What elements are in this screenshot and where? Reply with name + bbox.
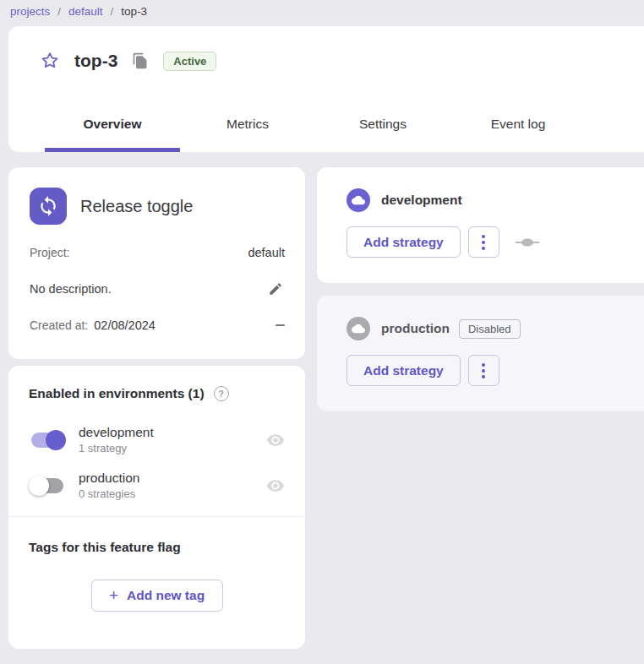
visibility-eye-icon[interactable] <box>266 431 285 449</box>
favorite-star-icon[interactable] <box>39 50 61 72</box>
panel-environment-name: production <box>381 321 450 336</box>
page-title: top-3 <box>74 51 117 71</box>
description-row: No description. <box>30 280 285 298</box>
panel-actions: Add strategy <box>347 226 644 258</box>
add-new-tag-label: Add new tag <box>127 588 205 603</box>
visibility-eye-icon[interactable] <box>266 476 285 495</box>
feature-flag-page: projects / default / top-3 top-3 Active … <box>0 0 644 664</box>
add-strategy-button[interactable]: Add strategy <box>347 355 461 386</box>
tab-metrics-label: Metrics <box>226 117 269 132</box>
feature-title-row: top-3 Active <box>8 26 644 95</box>
environment-row-production: production 0 strategies <box>29 471 285 500</box>
project-value: default <box>248 246 285 259</box>
feature-details-card: Release toggle Project: default No descr… <box>8 167 305 359</box>
tab-event-log[interactable]: Event log <box>450 95 586 152</box>
environment-row-development: development 1 strategy <box>29 425 285 454</box>
right-column: development Add strategy <box>317 167 644 649</box>
main-content: Release toggle Project: default No descr… <box>8 167 644 649</box>
created-row: Created at: 02/08/2024 <box>30 318 285 332</box>
tab-bar: Overview Metrics Settings Event log <box>8 95 644 152</box>
kebab-dot <box>482 363 485 367</box>
environment-labels: production 0 strategies <box>79 471 139 500</box>
kebab-dot <box>482 247 485 250</box>
environment-name: production <box>79 471 139 486</box>
kebab-dot <box>482 369 485 373</box>
created-at-value: 02/08/2024 <box>94 318 156 332</box>
strategy-separator-icon <box>516 237 539 248</box>
feature-type-header: Release toggle <box>30 188 285 225</box>
release-toggle-icon <box>30 188 67 225</box>
panel-header: development <box>347 188 644 212</box>
more-options-kebab-button[interactable] <box>468 355 499 386</box>
breadcrumb: projects / default / top-3 <box>0 0 644 26</box>
feature-header-card: top-3 Active Overview Metrics Settings <box>8 26 644 152</box>
help-icon[interactable]: ? <box>214 386 229 401</box>
card-divider <box>8 516 305 517</box>
tab-metrics[interactable]: Metrics <box>180 95 315 152</box>
project-label: Project: <box>30 246 69 259</box>
created-at-group: Created at: 02/08/2024 <box>30 318 156 332</box>
tab-settings[interactable]: Settings <box>315 95 450 152</box>
breadcrumb-separator: / <box>111 5 114 18</box>
environment-name: development <box>79 425 154 440</box>
collapse-dash-icon <box>276 324 285 327</box>
created-at-label: Created at: <box>30 318 88 332</box>
environment-strategy-count: 0 strategies <box>79 487 139 500</box>
toggle-thumb <box>46 430 66 450</box>
plus-icon: + <box>109 586 118 605</box>
edit-description-button[interactable] <box>266 280 285 298</box>
cloud-environment-icon <box>347 188 370 212</box>
environment-strategy-count: 1 strategy <box>79 442 154 454</box>
tags-section-title: Tags for this feature flag <box>29 540 285 555</box>
active-tab-underline <box>45 148 180 152</box>
tab-event-log-label: Event log <box>491 117 546 132</box>
environment-panel-production: production Disabled Add strategy <box>317 296 644 411</box>
tab-overview[interactable]: Overview <box>45 95 180 152</box>
kebab-dot <box>482 235 485 238</box>
cloud-environment-icon <box>347 317 370 340</box>
breadcrumb-separator: / <box>57 5 61 18</box>
breadcrumb-current: top-3 <box>121 5 147 18</box>
panel-header: production Disabled <box>347 317 644 340</box>
environments-title: Enabled in environments (1) <box>29 386 205 401</box>
left-column: Release toggle Project: default No descr… <box>8 167 305 649</box>
add-new-tag-button[interactable]: + Add new tag <box>91 580 223 612</box>
breadcrumb-projects-link[interactable]: projects <box>10 5 50 18</box>
add-strategy-button[interactable]: Add strategy <box>347 226 461 258</box>
panel-environment-name: development <box>381 193 462 208</box>
kebab-dot <box>482 241 485 244</box>
status-badge: Active <box>163 52 216 71</box>
kebab-dot <box>482 375 485 378</box>
feature-type-label: Release toggle <box>80 197 193 216</box>
environments-card: Enabled in environments (1) ? developmen… <box>8 366 305 649</box>
production-toggle[interactable] <box>29 476 66 496</box>
description-text: No description. <box>30 282 112 296</box>
tab-overview-label: Overview <box>84 117 142 132</box>
environment-labels: development 1 strategy <box>79 425 154 454</box>
development-toggle[interactable] <box>29 430 66 450</box>
tab-settings-label: Settings <box>359 117 407 132</box>
copy-name-icon[interactable] <box>131 52 150 70</box>
project-row: Project: default <box>30 246 285 259</box>
environments-title-row: Enabled in environments (1) ? <box>29 386 285 401</box>
pencil-icon <box>268 281 283 297</box>
environment-panel-development: development Add strategy <box>317 167 644 283</box>
toggle-thumb <box>29 476 49 496</box>
more-options-kebab-button[interactable] <box>468 226 499 258</box>
panel-actions: Add strategy <box>347 355 644 386</box>
breadcrumb-default-link[interactable]: default <box>68 5 103 18</box>
disabled-badge: Disabled <box>459 319 521 339</box>
